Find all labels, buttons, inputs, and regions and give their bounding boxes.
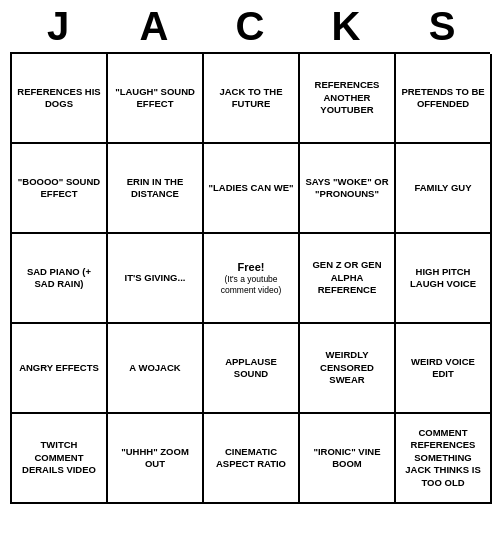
bingo-cell-23[interactable]: "IRONIC" VINE BOOM bbox=[300, 414, 396, 504]
bingo-cell-22[interactable]: CINEMATIC ASPECT RATIO bbox=[204, 414, 300, 504]
bingo-cell-2[interactable]: JACK TO THE FUTURE bbox=[204, 54, 300, 144]
bingo-cell-16[interactable]: A WOJACK bbox=[108, 324, 204, 414]
title-row: J A C K S bbox=[10, 0, 490, 52]
bingo-cell-24[interactable]: COMMENT REFERENCES SOMETHING JACK THINKS… bbox=[396, 414, 492, 504]
bingo-cell-12[interactable]: Free!(It's a youtube comment video) bbox=[204, 234, 300, 324]
bingo-cell-10[interactable]: SAD PIANO (+ SAD RAIN) bbox=[12, 234, 108, 324]
bingo-cell-4[interactable]: PRETENDS TO BE OFFENDED bbox=[396, 54, 492, 144]
bingo-cell-5[interactable]: "BOOOO" SOUND EFFECT bbox=[12, 144, 108, 234]
bingo-cell-19[interactable]: WEIRD VOICE EDIT bbox=[396, 324, 492, 414]
bingo-cell-11[interactable]: IT'S GIVING... bbox=[108, 234, 204, 324]
bingo-cell-13[interactable]: GEN Z OR GEN ALPHA REFERENCE bbox=[300, 234, 396, 324]
title-letter-a: A bbox=[114, 4, 194, 49]
bingo-cell-8[interactable]: SAYS "WOKE" Or "PRONOUNS" bbox=[300, 144, 396, 234]
bingo-cell-1[interactable]: "LAUGH" SOUND EFFECT bbox=[108, 54, 204, 144]
title-letter-j: J bbox=[18, 4, 98, 49]
bingo-cell-15[interactable]: ANGRY EFFECTS bbox=[12, 324, 108, 414]
bingo-cell-20[interactable]: TWITCH COMMENT DERAILS VIDEO bbox=[12, 414, 108, 504]
bingo-grid: REFERENCES HIS DOGS"LAUGH" SOUND EFFECTJ… bbox=[10, 52, 490, 504]
title-letter-s: S bbox=[402, 4, 482, 49]
title-letter-c: C bbox=[210, 4, 290, 49]
bingo-cell-9[interactable]: FAMILY GUY bbox=[396, 144, 492, 234]
bingo-cell-14[interactable]: HIGH PITCH LAUGH VOICE bbox=[396, 234, 492, 324]
bingo-cell-17[interactable]: APPLAUSE SOUND bbox=[204, 324, 300, 414]
bingo-cell-3[interactable]: REFERENCES ANOTHER YOUTUBER bbox=[300, 54, 396, 144]
bingo-cell-0[interactable]: REFERENCES HIS DOGS bbox=[12, 54, 108, 144]
bingo-cell-21[interactable]: "UHHH" ZOOM OUT bbox=[108, 414, 204, 504]
title-letter-k: K bbox=[306, 4, 386, 49]
bingo-cell-6[interactable]: ERIN IN THE DISTANCE bbox=[108, 144, 204, 234]
bingo-cell-7[interactable]: "LADIES CAN WE" bbox=[204, 144, 300, 234]
bingo-cell-18[interactable]: WEIRDLY CENSORED SWEAR bbox=[300, 324, 396, 414]
